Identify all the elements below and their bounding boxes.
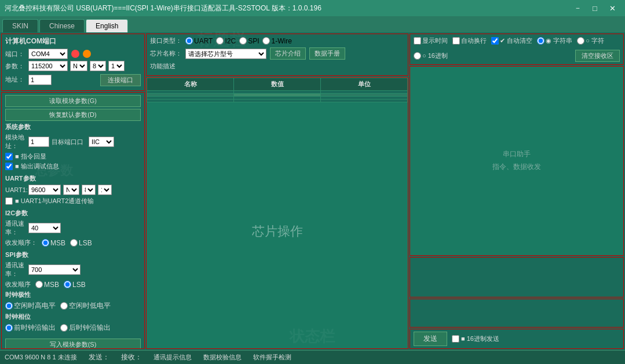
left-panel: 计算机COM端口 端口： COM4 参数： 115200 N 8 (1, 34, 145, 349)
auto-clear-check: ✔ 自动清空 (491, 36, 532, 45)
serial-sub-display (410, 257, 624, 297)
right-panel: 显示时间 自动换行 ✔ 自动清空 ◉ 字符串 ○ 字符 ○ 16进制 (410, 34, 624, 349)
clock-after-radio[interactable] (60, 324, 68, 332)
parity-select[interactable]: N (70, 61, 87, 71)
spi-msb-radio[interactable] (35, 281, 43, 288)
baud-label: 参数： (5, 62, 26, 71)
auto-clear-checkbox[interactable] (491, 37, 499, 45)
serial-input-area[interactable] (410, 299, 624, 328)
maximize-button[interactable]: □ (587, 2, 603, 14)
clock-low-radio[interactable] (60, 302, 68, 310)
uart1-label: UART1: (5, 186, 26, 193)
write-params-button[interactable]: 写入模块参数(S) (5, 339, 141, 349)
spi-lsb-option: LSB (64, 281, 86, 289)
port-select[interactable]: COM4 (28, 49, 68, 59)
onewire-type-radio[interactable] (262, 37, 270, 45)
char-radio[interactable] (577, 37, 584, 45)
tab-english[interactable]: English (86, 19, 128, 32)
i2c-speed-select[interactable]: 40 (28, 223, 61, 233)
com-section: 计算机COM端口 端口： COM4 参数： 115200 N 8 (1, 34, 145, 91)
uart1-parity-select[interactable]: N (63, 185, 79, 195)
auto-run-checkbox[interactable] (452, 37, 460, 45)
send-status: 发送： (89, 352, 109, 362)
i2c-type-radio[interactable] (216, 37, 224, 45)
read-params-button[interactable]: 读取模块参数(G) (5, 95, 141, 107)
stop-select[interactable]: 1 (108, 61, 125, 71)
uart-bridge-checkbox[interactable] (5, 197, 13, 205)
com-section-title: 计算机COM端口 (5, 36, 141, 46)
recv-indicator (83, 50, 91, 58)
onewire-type-label: 1-Wire (271, 37, 291, 45)
spi-msb-option: MSB (35, 281, 59, 289)
uart-bridge-row: ■ UART1与UART2通道传输 (5, 197, 141, 205)
module-addr-input[interactable] (28, 137, 49, 147)
cmd-echo-label: ■ 指令回显 (15, 152, 46, 161)
display-time-checkbox[interactable] (414, 37, 421, 45)
send-button[interactable]: 发送 (414, 332, 447, 346)
i2c-speed-row: 通讯速率： 40 (5, 219, 141, 237)
uart1-stop-select[interactable]: 1 (98, 185, 112, 195)
debug-output-label: ■ 输出调试信息 (15, 162, 59, 171)
spi-speed-select[interactable]: 700 (28, 264, 81, 275)
i2c-lsb-radio[interactable] (70, 239, 78, 247)
spi-type-label: SPI (248, 37, 259, 45)
data-manual-button[interactable]: 数据手册 (309, 47, 345, 60)
baud-select[interactable]: 115200 (28, 61, 68, 71)
restore-params-button[interactable]: 恢复默认参数(D) (5, 109, 141, 121)
bits-select[interactable]: 8 (90, 61, 106, 71)
chip-name-select[interactable]: 请选择芯片型号 (185, 49, 266, 59)
i2c-speed-label: 通讯速率： (5, 219, 26, 237)
window-controls: － □ ✕ (569, 2, 620, 14)
close-button[interactable]: ✕ (604, 2, 620, 14)
title-bar: 河北叠控科技有限公司 USB(UART)===IIC(SPI 1-Wire)串行… (0, 0, 625, 16)
serial-toolbar: 显示时间 自动换行 ✔ 自动清空 ◉ 字符串 ○ 字符 ○ 16进制 (410, 34, 624, 65)
clock-high-label: 空闲时高电平 (14, 301, 56, 311)
uart1-row: UART1: 9600 N 8 1 (5, 185, 141, 195)
spi-msb-label: MSB (44, 281, 59, 289)
data-table: 名称 数值 单位 (147, 78, 408, 102)
debug-output-row: ■ 输出调试信息 (5, 162, 141, 171)
clock-before-radio[interactable] (5, 324, 13, 332)
display-time-label: 显示时间 (422, 36, 448, 45)
chip-intro-button[interactable]: 芯片介绍 (270, 47, 306, 60)
connect-button[interactable]: 连接端口 (100, 74, 141, 86)
clock-low-option: 空闲时低电平 (60, 301, 111, 311)
display-time-check: 显示时间 (414, 36, 448, 45)
i2c-msb-radio[interactable] (42, 239, 49, 247)
spi-byte-order-row: 收发顺序 MSB LSB (5, 280, 141, 289)
addr-input[interactable] (28, 75, 52, 85)
spi-type-radio[interactable] (239, 37, 247, 45)
port-row: 端口： COM4 (5, 49, 141, 59)
tab-skin[interactable]: SKIN (2, 19, 38, 32)
i2c-type-option: I2C (216, 37, 236, 45)
uart1-bits-select[interactable]: 8 (82, 185, 96, 195)
cmd-echo-checkbox[interactable] (5, 153, 13, 160)
char-check: ○ 字符 (577, 36, 604, 45)
auto-clear-label: ✔ 自动清空 (500, 36, 532, 45)
clock-phase-row: 前时钟沿输出 后时钟沿输出 (5, 323, 141, 333)
main-layout: 计算机COM端口 端口： COM4 参数： 115200 N 8 (0, 32, 625, 350)
uart-type-option: UART (185, 37, 213, 45)
chip-type-label: 接口类型： (150, 36, 182, 45)
module-addr-label: 模块地址： (5, 133, 26, 150)
hex16-radio[interactable] (414, 52, 421, 60)
clock-high-radio[interactable] (5, 302, 13, 310)
debug-output-checkbox[interactable] (5, 163, 13, 170)
clock-polarity-row: 空闲时高电平 空闲时低电平 (5, 301, 141, 311)
serial-display: 串口助手 指令、数据收发 (410, 66, 624, 256)
serial-input-textarea[interactable] (410, 299, 623, 327)
char-str-check: ◉ 字符串 (537, 36, 572, 45)
minimize-button[interactable]: － (569, 2, 586, 14)
char-str-radio[interactable] (537, 37, 544, 45)
i2c-params-group: I2C参数 通讯速率： 40 收发顺序： MSB LSB (5, 209, 141, 247)
target-port-select[interactable]: IIC (89, 137, 114, 147)
uart-type-radio[interactable] (185, 37, 193, 45)
spi-lsb-radio[interactable] (64, 281, 71, 288)
i2c-msb-label: MSB (50, 239, 65, 247)
tab-chinese[interactable]: Chinese (39, 19, 85, 32)
uart1-baud-select[interactable]: 9600 (28, 185, 61, 195)
cell-unit-4 (321, 100, 408, 102)
clear-recv-button[interactable]: 清空接收区 (575, 50, 620, 62)
uart-bridge-label: ■ UART1与UART2通道传输 (15, 197, 94, 205)
hex16-send-checkbox[interactable] (452, 335, 459, 343)
